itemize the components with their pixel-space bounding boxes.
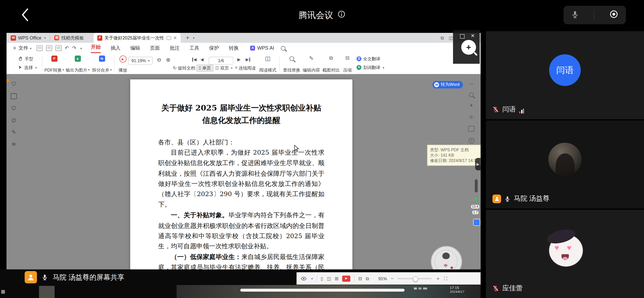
menu-convert[interactable]: 转换 bbox=[229, 45, 239, 51]
menu-tools[interactable]: 工具 bbox=[189, 45, 199, 51]
convert-to-word-button[interactable]: W 转为Word bbox=[432, 81, 463, 88]
zoom-slider[interactable] bbox=[397, 278, 432, 279]
comment-icon[interactable]: 🗩 bbox=[11, 106, 17, 111]
menu-edit[interactable]: 编辑 bbox=[130, 45, 140, 51]
save-icon[interactable] bbox=[46, 45, 52, 51]
last-page-icon[interactable]: ▶ bbox=[246, 58, 250, 62]
continuous-read-button[interactable]: ≡ 连续阅读 bbox=[235, 66, 256, 70]
eye-icon[interactable] bbox=[301, 276, 307, 281]
zoom-minus-icon[interactable]: − bbox=[391, 276, 393, 281]
share-banner: 马院 汤益尊的屏幕共享 bbox=[25, 270, 124, 284]
single-page-button[interactable]: ▯ 单页 bbox=[196, 65, 213, 72]
search-icon[interactable] bbox=[281, 46, 285, 50]
pdf-page[interactable]: 关于做好 2025 届毕业生一次性求职创业补贴 信息化发放工作的提醒 各市、县（… bbox=[130, 79, 353, 272]
sharer-mic-icon[interactable] bbox=[41, 274, 48, 281]
doc-paragraph-3-lead: （一）低保家庭毕业生： bbox=[171, 253, 241, 261]
new-tab-button[interactable]: ＋ bbox=[185, 34, 191, 42]
fit-page-icon[interactable]: ⧉ bbox=[366, 276, 369, 281]
redo-icon[interactable]: ↷ bbox=[72, 46, 76, 50]
menu-page[interactable]: 页面 bbox=[150, 45, 160, 51]
marker-green-dot[interactable] bbox=[474, 197, 478, 201]
status-double-page-icon[interactable]: ◫ bbox=[327, 276, 331, 281]
window-stack-icon[interactable]: ⧉ bbox=[441, 36, 444, 40]
image-icon[interactable] bbox=[11, 93, 17, 99]
horizontal-scrollbar[interactable] bbox=[240, 289, 405, 292]
menu-wps-ai[interactable]: A WPS AI bbox=[250, 45, 274, 51]
export-image-button[interactable]: ▲ 输出为图片▾ bbox=[65, 56, 90, 73]
wps-tab-bar: W WPS Office ▾ 稻 找稻壳模板 P 关于做好2025届毕业生一次性… bbox=[7, 33, 480, 43]
status-single-page-icon[interactable]: ▯ bbox=[320, 276, 323, 281]
pdf-convert-button[interactable]: P PDF转换▾ bbox=[44, 56, 64, 73]
zoom-plus-icon[interactable]: ＋ bbox=[435, 276, 440, 281]
menu-start[interactable]: 开始 bbox=[91, 43, 101, 53]
settings-gear-icon[interactable] bbox=[469, 114, 474, 120]
tab-document-active[interactable]: P 关于做好2025届毕业生一次性 ✕ bbox=[94, 33, 181, 43]
select-tool-button[interactable]: 选择 ▾ bbox=[18, 65, 37, 70]
collapse-icon[interactable]: — bbox=[469, 82, 474, 86]
menu-annotate[interactable]: 批注 bbox=[170, 45, 180, 51]
read-mode-button[interactable]: ◫ 阅读模式 bbox=[258, 56, 278, 73]
rotate-doc-button[interactable]: ↻ 旋转文档 bbox=[173, 66, 195, 70]
screenshot-compare-button[interactable]: ⧉ 截图对比 bbox=[321, 56, 341, 73]
first-page-icon[interactable]: ◀ bbox=[192, 58, 197, 62]
bookmark-icon[interactable]: ⛉ bbox=[12, 82, 16, 87]
pen-icon[interactable]: ✎ bbox=[11, 130, 16, 135]
badge-seal-text: 中 bbox=[444, 263, 448, 268]
wps-logo-icon: W bbox=[11, 35, 16, 40]
find-replace-button[interactable]: 查找替换 bbox=[282, 56, 302, 73]
tab-wps-home[interactable]: W WPS Office ▾ bbox=[7, 35, 50, 40]
menu-protect[interactable]: 保护 bbox=[209, 45, 219, 51]
split-merge-button[interactable]: ⇆ 拆分合并▾ bbox=[91, 56, 112, 73]
restore-window-icon[interactable] bbox=[460, 34, 465, 39]
fit-width-icon[interactable]: ⊟ bbox=[358, 276, 362, 281]
prev-page-icon[interactable]: ◀ bbox=[200, 58, 203, 62]
record-button[interactable] bbox=[609, 9, 619, 21]
page-number-input[interactable]: 1/6 bbox=[209, 57, 233, 65]
participant-tile-1[interactable]: 闫语 闫语 bbox=[486, 31, 644, 119]
muted-mic-icon bbox=[492, 106, 499, 113]
zoom-out-icon[interactable]: ⊖ bbox=[157, 57, 162, 62]
wps-ai-label: WPS AI bbox=[257, 45, 274, 51]
status-grid-icon[interactable]: ⊞ bbox=[335, 276, 339, 281]
expand-panel-tab[interactable]: ▶ bbox=[475, 158, 480, 170]
tab-close-icon[interactable]: ✕ bbox=[173, 35, 177, 40]
layers-icon[interactable]: ≋ bbox=[11, 141, 16, 147]
doc-scrollbar[interactable] bbox=[475, 179, 478, 193]
print-icon[interactable] bbox=[55, 45, 61, 51]
marker-blue-chip[interactable] bbox=[473, 219, 480, 226]
layout-grid-icon[interactable]: ◫ bbox=[449, 36, 453, 40]
double-page-button[interactable]: ◫ 双页 ▾ bbox=[215, 66, 232, 70]
undo-icon[interactable]: ↶ bbox=[65, 46, 69, 50]
open-folder-icon[interactable] bbox=[36, 45, 42, 51]
participant-tile-3[interactable]: ♥ ♥ 应佳蕾 bbox=[486, 210, 644, 298]
menu-file[interactable]: 文件 bbox=[19, 45, 28, 51]
translate-full-button[interactable]: 文 全文翻译 bbox=[357, 56, 380, 61]
compress-button[interactable]: ⊟ 压缩 bbox=[341, 56, 354, 73]
participants-panel: 闫语 闫语 马院 汤益尊 bbox=[486, 30, 644, 298]
hand-tool-button[interactable]: 手型 bbox=[18, 56, 33, 61]
panel-search-icon[interactable] bbox=[469, 92, 474, 97]
attachment-icon[interactable]: ∅ bbox=[11, 118, 16, 123]
close-window-icon[interactable]: ✕ bbox=[471, 33, 475, 39]
status-play-button[interactable]: ▶ bbox=[342, 275, 350, 281]
meeting-info-button[interactable] bbox=[338, 10, 345, 20]
microphone-button[interactable] bbox=[571, 10, 579, 20]
edit-content-button[interactable]: ✎ 编辑内容 bbox=[301, 56, 321, 73]
zoom-slider-thumb[interactable] bbox=[413, 276, 418, 281]
menu-insert[interactable]: 插入 bbox=[111, 45, 121, 51]
participant-tile-2[interactable]: 马院 汤益尊 bbox=[486, 120, 644, 209]
wps-floating-badge[interactable]: 中 bbox=[431, 246, 462, 272]
ai-refresh-icon[interactable]: ✦ bbox=[469, 103, 473, 108]
tab-template[interactable]: 稻 找稻壳模板 bbox=[50, 35, 88, 41]
single-page-icon: ▯ bbox=[199, 66, 201, 70]
help-icon[interactable]: ? bbox=[469, 138, 474, 144]
crop-frame-icon[interactable] bbox=[468, 126, 474, 132]
hamburger-icon[interactable]: ≡ bbox=[13, 46, 16, 50]
tab-list-chevron-icon[interactable]: ▾ bbox=[193, 36, 195, 39]
zoom-in-icon[interactable]: ⊕ bbox=[166, 57, 170, 62]
play-button[interactable]: ▶ 播放 bbox=[117, 56, 129, 73]
zoom-select[interactable]: 91.19% ▾ bbox=[128, 57, 153, 65]
fullscreen-icon[interactable]: ⛶ bbox=[444, 276, 447, 281]
next-page-icon[interactable]: ▶ bbox=[237, 58, 240, 62]
translate-word-button[interactable]: A 划词翻译 ▾ bbox=[357, 65, 384, 70]
